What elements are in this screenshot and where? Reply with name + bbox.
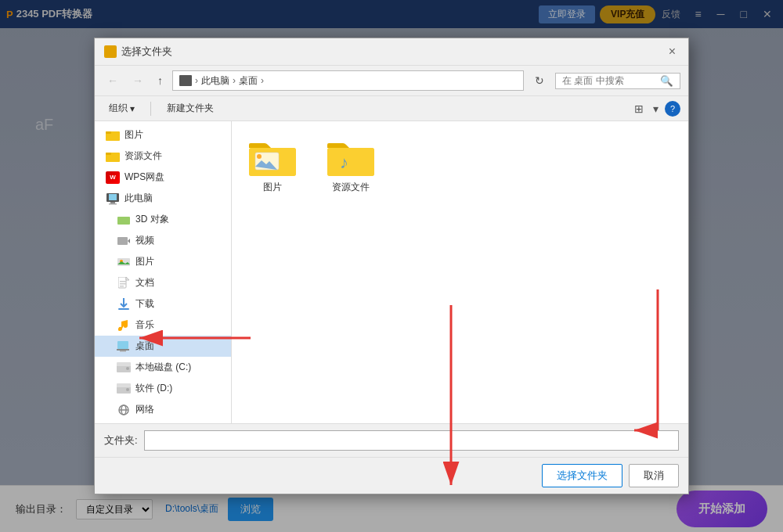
svg-rect-21 xyxy=(120,350,126,352)
wps-icon: W xyxy=(106,171,120,184)
svg-rect-26 xyxy=(117,383,131,387)
forward-button[interactable]: → xyxy=(128,73,148,88)
help-button[interactable]: ? xyxy=(665,101,680,117)
folder-resources-label: 资源文件 xyxy=(332,181,370,194)
drive-c-icon xyxy=(117,361,131,374)
dialog-title-icon xyxy=(104,45,117,58)
dialog-title: 选择文件夹 xyxy=(104,45,172,59)
filename-bar: 文件夹: xyxy=(95,423,688,457)
nav-item-this-pc[interactable]: 此电脑 xyxy=(95,188,231,209)
music-icon xyxy=(117,319,131,332)
folder-pictures-label: 图片 xyxy=(263,181,282,194)
svg-rect-1 xyxy=(106,131,111,134)
svg-rect-6 xyxy=(110,202,115,203)
nav-item-wps[interactable]: W WPS网盘 xyxy=(95,167,231,188)
up-button[interactable]: ↑ xyxy=(153,73,168,88)
file-area: 图片 ♪ 资源文件 xyxy=(232,121,688,423)
dialog-title-bar: 选择文件夹 × xyxy=(95,38,688,66)
filename-label: 文件夹: xyxy=(104,433,138,448)
folder-item-resources[interactable]: ♪ 资源文件 xyxy=(319,131,382,200)
svg-rect-5 xyxy=(109,194,117,200)
svg-rect-20 xyxy=(117,349,129,350)
nav-item-videos[interactable]: 视频 xyxy=(95,230,231,251)
folder-item-pictures[interactable]: 图片 xyxy=(241,131,304,200)
nav-item-resources-shortcut[interactable]: 资源文件 xyxy=(95,146,231,167)
filename-input[interactable] xyxy=(144,430,679,451)
nav-pane: 图片 资源文件 W WPS网盘 xyxy=(95,121,232,423)
svg-rect-15 xyxy=(120,281,126,282)
svg-rect-17 xyxy=(120,286,124,287)
nav-item-pictures-shortcut[interactable]: 图片 xyxy=(95,124,231,146)
svg-point-24 xyxy=(126,367,129,370)
nav-item-downloads[interactable]: 下载 xyxy=(95,293,231,315)
nav-item-drive-d[interactable]: 软件 (D:) xyxy=(95,378,231,399)
svg-rect-19 xyxy=(117,341,128,349)
svg-rect-23 xyxy=(117,362,131,366)
dialog-body: 图片 资源文件 W WPS网盘 xyxy=(95,121,688,423)
svg-rect-8 xyxy=(117,217,130,225)
svg-rect-9 xyxy=(117,237,128,245)
cancel-button[interactable]: 取消 xyxy=(629,464,679,487)
select-folder-button[interactable]: 选择文件夹 xyxy=(542,464,622,487)
file-dialog: 选择文件夹 × ← → ↑ › 此电脑 › 桌面 › ↻ xyxy=(94,38,689,494)
dialog-close-button[interactable]: × xyxy=(666,45,679,59)
nav-item-network[interactable]: 网络 xyxy=(95,399,231,420)
nav-item-3d-objects[interactable]: 3D 对象 xyxy=(95,209,231,230)
folder-crumb-icon xyxy=(179,75,192,86)
folder-icon xyxy=(106,129,120,142)
svg-marker-14 xyxy=(126,277,129,280)
toolbar-separator xyxy=(150,102,151,116)
search-box: 🔍 xyxy=(555,73,680,89)
svg-rect-3 xyxy=(106,153,111,155)
pictures-icon xyxy=(117,256,131,268)
3d-icon xyxy=(117,214,131,226)
svg-rect-16 xyxy=(120,283,126,285)
svg-point-35 xyxy=(257,154,262,159)
nav-item-drive-c[interactable]: 本地磁盘 (C:) xyxy=(95,357,231,378)
video-icon xyxy=(117,235,131,247)
address-bar: ← → ↑ › 此电脑 › 桌面 › ↻ 🔍 xyxy=(95,66,688,96)
drive-d-icon xyxy=(117,383,131,395)
back-button[interactable]: ← xyxy=(103,73,123,88)
nav-item-documents[interactable]: 文档 xyxy=(95,272,231,293)
view-dropdown-button[interactable]: ▾ xyxy=(650,101,662,117)
new-folder-button[interactable]: 新建文件夹 xyxy=(161,99,220,117)
folder-icon xyxy=(106,150,120,163)
refresh-button[interactable]: ↻ xyxy=(529,73,550,88)
svg-text:♪: ♪ xyxy=(340,153,348,172)
desktop-icon xyxy=(117,340,131,353)
folder-pictures-icon xyxy=(247,137,298,178)
organize-button[interactable]: 组织 ▾ xyxy=(103,99,141,117)
svg-rect-7 xyxy=(109,203,117,205)
documents-icon xyxy=(117,277,131,289)
view-list-button[interactable]: ⊞ xyxy=(631,101,647,117)
nav-item-desktop[interactable]: 桌面 xyxy=(95,336,231,357)
dialog-toolbar: 组织 ▾ 新建文件夹 ⊞ ▾ ? xyxy=(95,96,688,121)
folder-resources-icon: ♪ xyxy=(326,137,376,178)
svg-marker-10 xyxy=(128,239,130,243)
search-input[interactable] xyxy=(562,75,660,86)
computer-icon xyxy=(106,192,120,205)
dialog-overlay: 选择文件夹 × ← → ↑ › 此电脑 › 桌面 › ↻ xyxy=(0,0,783,532)
svg-point-27 xyxy=(126,388,129,391)
downloads-icon xyxy=(117,298,131,311)
nav-item-music[interactable]: 音乐 xyxy=(95,315,231,336)
address-breadcrumb: › 此电脑 › 桌面 › xyxy=(172,70,524,91)
search-icon-button[interactable]: 🔍 xyxy=(660,75,673,87)
view-buttons: ⊞ ▾ ? xyxy=(631,101,680,117)
svg-rect-11 xyxy=(117,258,130,266)
network-icon xyxy=(117,404,131,416)
action-buttons: 选择文件夹 取消 xyxy=(95,457,688,494)
nav-item-pictures[interactable]: 图片 xyxy=(95,251,231,272)
svg-rect-18 xyxy=(118,308,129,310)
svg-rect-37 xyxy=(327,148,374,176)
